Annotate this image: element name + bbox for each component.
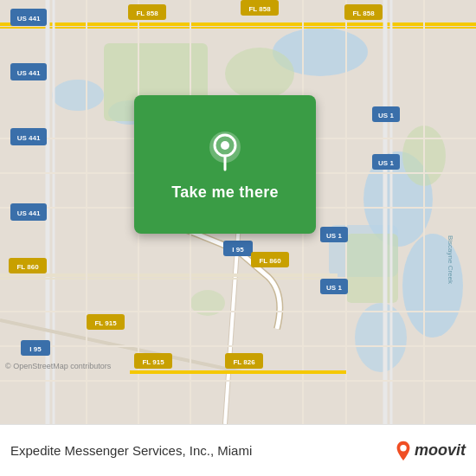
location-pin-icon xyxy=(202,128,248,175)
svg-text:US 1: US 1 xyxy=(378,112,394,119)
svg-point-77 xyxy=(400,445,406,451)
svg-text:US 1: US 1 xyxy=(378,159,394,167)
bottom-bar: Expedite Messenger Services, Inc., Miami… xyxy=(0,424,476,476)
svg-text:FL 858: FL 858 xyxy=(136,10,158,17)
moovit-brand-text: moovit xyxy=(415,441,466,460)
svg-text:US 441: US 441 xyxy=(17,134,41,142)
svg-text:Biscayne Creek: Biscayne Creek xyxy=(447,235,454,285)
svg-text:US 441: US 441 xyxy=(17,69,41,77)
svg-point-2 xyxy=(52,80,104,111)
svg-text:I 95: I 95 xyxy=(29,345,42,353)
svg-text:US 1: US 1 xyxy=(326,284,342,292)
moovit-logo: moovit xyxy=(394,440,466,462)
svg-text:FL 826: FL 826 xyxy=(233,358,255,366)
svg-text:US 441: US 441 xyxy=(17,15,41,23)
svg-text:FL 915: FL 915 xyxy=(94,319,117,327)
svg-text:FL 858: FL 858 xyxy=(248,5,271,13)
take-me-there-label: Take me there xyxy=(171,183,279,202)
map-attribution: © OpenStreetMap contributors xyxy=(5,362,111,370)
svg-text:US 441: US 441 xyxy=(17,209,41,217)
svg-point-76 xyxy=(221,141,229,150)
svg-point-9 xyxy=(225,48,294,100)
svg-text:FL 915: FL 915 xyxy=(142,358,164,366)
svg-text:I 95: I 95 xyxy=(232,246,244,254)
svg-text:FL 860: FL 860 xyxy=(16,263,39,271)
action-card[interactable]: Take me there xyxy=(134,95,316,234)
moovit-pin-icon xyxy=(394,440,413,462)
business-name: Expedite Messenger Services, Inc., Miami xyxy=(10,443,394,458)
svg-point-6 xyxy=(355,303,407,372)
svg-text:FL 858: FL 858 xyxy=(352,10,375,17)
svg-text:US 1: US 1 xyxy=(326,232,342,240)
svg-text:FL 860: FL 860 xyxy=(259,257,281,265)
map-container: US 441 US 441 US 441 US 441 FL 858 FL 85… xyxy=(0,0,476,424)
